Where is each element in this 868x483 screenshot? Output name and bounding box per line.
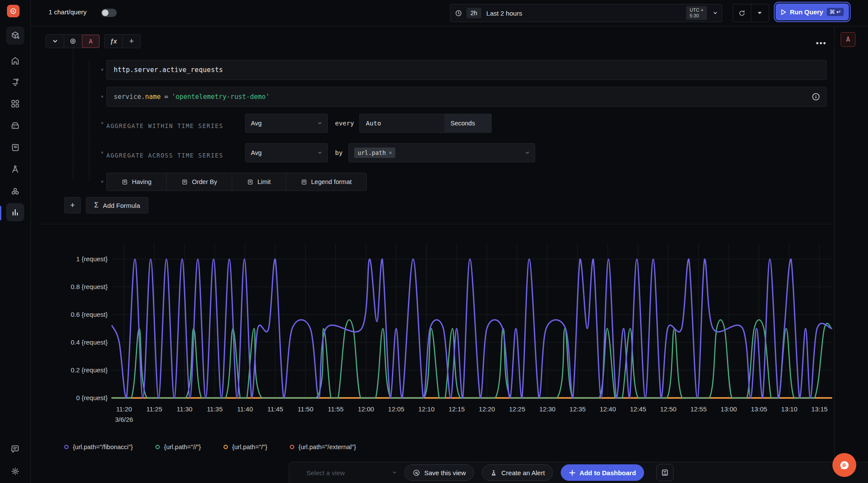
filter-info-icon[interactable]	[812, 92, 820, 103]
order-by-button[interactable]: Order By	[166, 173, 232, 191]
filter-operator: =	[164, 93, 168, 101]
svg-text:12:00: 12:00	[358, 405, 374, 413]
svg-text:13:15: 13:15	[811, 405, 828, 413]
add-to-dashboard-button[interactable]: Add to Dashboard	[561, 464, 644, 481]
time-shortcut-chip[interactable]: 2h	[467, 8, 481, 18]
legend-format-button[interactable]: Legend format	[286, 173, 367, 191]
svg-text:11:45: 11:45	[267, 405, 283, 413]
add-query-button[interactable]: +	[64, 197, 81, 214]
function-fx-button[interactable]: ƒx	[105, 35, 122, 48]
filter-value: 'opentelemetry-rust-demo'	[171, 93, 270, 101]
settings-gear-icon[interactable]	[6, 462, 24, 480]
add-formula-button[interactable]: Σ Add Formula	[86, 197, 148, 214]
traces-compass-icon[interactable]	[6, 160, 24, 178]
svg-text:13:10: 13:10	[781, 405, 798, 413]
explorer-footer-bar: Select a view Save this view Create an A…	[289, 462, 868, 483]
legend-item[interactable]: {url.path="/external"}	[290, 444, 356, 450]
services-server-icon[interactable]	[6, 117, 24, 135]
group-by-tag[interactable]: url.path ×	[354, 148, 395, 158]
svg-text:0.8 {request}: 0.8 {request}	[71, 283, 108, 290]
svg-text:12:30: 12:30	[539, 405, 556, 413]
home-icon[interactable]	[6, 52, 24, 70]
group-by-select[interactable]: url.path ×	[349, 143, 535, 162]
select-view-placeholder: Select a view	[306, 469, 345, 476]
aggregate-across-label: AGGREGATE ACROSS TIME SERIES	[106, 152, 224, 159]
tree-guide-line	[73, 47, 73, 181]
svg-text:11:35: 11:35	[207, 405, 223, 413]
svg-text:3/6/26: 3/6/26	[115, 416, 133, 423]
query-tab-a[interactable]: A	[82, 35, 99, 48]
save-disk-icon	[413, 469, 420, 476]
collapse-query-chevron-icon[interactable]	[46, 35, 64, 48]
chevron-down-icon	[318, 151, 322, 155]
logs-scroll-icon[interactable]	[6, 138, 24, 157]
select-view-dropdown[interactable]: Select a view	[306, 469, 397, 476]
series-{url.path="/fibonacci"}	[112, 259, 832, 398]
svg-text:12:25: 12:25	[509, 405, 526, 413]
metric-name-input[interactable]: http.server.active_requests	[106, 60, 827, 80]
timezone-chip[interactable]: UTC +5:30	[686, 6, 707, 20]
svg-text:13:00: 13:00	[720, 405, 737, 413]
legend-ring-icon	[155, 445, 160, 449]
tree-node-dot	[101, 122, 103, 124]
refresh-interval-dropdown[interactable]	[751, 4, 769, 22]
query-more-options-icon[interactable]: •••	[816, 39, 827, 48]
query-rail: A	[834, 26, 868, 483]
run-query-button[interactable]: Run Query ⌘ ↵	[776, 3, 849, 20]
time-range-picker[interactable]: 2h Last 2 hours UTC +5:30	[450, 4, 722, 22]
clock-icon	[455, 10, 462, 17]
svg-text:12:15: 12:15	[448, 405, 465, 413]
by-label: by	[335, 149, 342, 156]
panel-icon	[661, 469, 669, 476]
create-alert-label: Create an Alert	[501, 469, 545, 476]
legend-item[interactable]: {url.path="/fibonacci"}	[64, 444, 133, 450]
timeseries-chart[interactable]: 1 {request}0.8 {request}0.6 {request}0.4…	[43, 243, 838, 430]
new-explorer-cube-plus-icon[interactable]	[6, 26, 24, 45]
alerts-bell-icon[interactable]	[6, 73, 24, 91]
query-option-buttons: Having Order By Limit Legend format	[106, 173, 367, 191]
metrics-chart-icon[interactable]	[6, 203, 24, 221]
interval-unit-select[interactable]: Seconds	[444, 114, 491, 132]
query-header-controls: A	[46, 34, 100, 48]
rail-query-badge-a[interactable]: A	[841, 32, 855, 47]
aggregate-within-label: AGGREGATE WITHIN TIME SERIES	[106, 122, 224, 129]
support-chat-fab[interactable]	[832, 453, 856, 477]
limit-button[interactable]: Limit	[232, 173, 286, 191]
sidebar	[0, 0, 31, 483]
chart-query-toggle[interactable]	[101, 9, 117, 17]
toggle-visibility-eye-icon[interactable]	[64, 35, 82, 48]
signoz-logo[interactable]	[7, 5, 20, 17]
legend-ring-icon	[290, 445, 294, 449]
chart-legend: {url.path="/fibonacci"}{url.path="//"}{u…	[64, 444, 356, 450]
sigma-icon: Σ	[94, 201, 99, 209]
add-function-plus-button[interactable]: +	[122, 35, 140, 48]
filter-expression-input[interactable]: service.name='opentelemetry-rust-demo'	[106, 87, 827, 107]
legend-label: {url.path="/"}	[232, 444, 267, 450]
chevron-down-icon	[713, 11, 717, 15]
having-button[interactable]: Having	[107, 173, 166, 191]
refresh-control	[733, 4, 769, 22]
chart-canvas[interactable]: 1 {request}0.8 {request}0.6 {request}0.4…	[43, 243, 838, 430]
svg-text:12:35: 12:35	[569, 405, 586, 413]
legend-item[interactable]: {url.path="//"}	[155, 444, 201, 450]
create-alert-button[interactable]: Create an Alert	[482, 464, 553, 481]
chat-feedback-icon[interactable]	[6, 440, 24, 458]
legend-label: {url.path="/fibonacci"}	[73, 444, 133, 450]
dashboards-grid-icon[interactable]	[6, 95, 24, 113]
svg-text:12:10: 12:10	[418, 405, 435, 413]
svg-text:11:40: 11:40	[237, 405, 253, 413]
integrations-cluster-icon[interactable]	[6, 182, 24, 200]
svg-text:12:45: 12:45	[630, 405, 646, 413]
aggregate-within-fn-select[interactable]: Avg	[245, 114, 328, 133]
save-view-button[interactable]: Save this view	[404, 464, 474, 481]
svg-text:11:25: 11:25	[146, 405, 162, 413]
interval-input[interactable]	[360, 114, 444, 132]
legend-item[interactable]: {url.path="/"}	[224, 444, 267, 450]
order-by-label: Order By	[192, 178, 217, 185]
filter-key-prefix: service.	[114, 93, 145, 101]
aggregate-across-fn-select[interactable]: Avg	[245, 143, 328, 162]
panel-settings-button[interactable]	[656, 464, 674, 481]
remove-tag-icon[interactable]: ×	[389, 150, 392, 156]
top-header: 1 chart/query 2h Last 2 hours UTC +5:30 …	[31, 0, 868, 26]
refresh-button[interactable]	[733, 4, 751, 22]
